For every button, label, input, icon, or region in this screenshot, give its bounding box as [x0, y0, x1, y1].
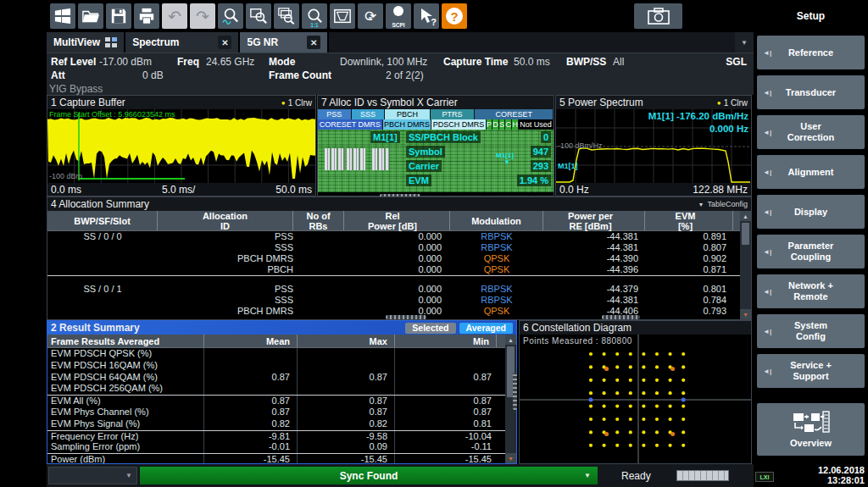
softkey-transducer[interactable]: ◄|Transducer — [757, 75, 865, 109]
time-value: 13:28:01 — [818, 475, 865, 485]
sync-measure-button[interactable]: ⟳ s — [358, 3, 383, 29]
cell-no-rbs — [293, 242, 344, 253]
marker-carrier-label: Carrier — [406, 160, 442, 172]
tab-5g-nr-label: 5G NR — [247, 36, 278, 48]
splitter-handle[interactable] — [513, 373, 517, 410]
instrument-screen: ↶ ↷ 1:1 ⟳ s SCPI ? — [0, 0, 868, 487]
mode-value: Downlink, 100 MHz — [340, 56, 427, 68]
scroll-thumb[interactable] — [742, 223, 749, 245]
tab-list-dropdown[interactable]: ▼ — [735, 32, 754, 53]
cell-max — [298, 348, 395, 360]
windows-start-button[interactable] — [50, 3, 75, 29]
power-spectrum-title-bar[interactable]: 5 Power Spectrum ● 1 Clrw — [556, 96, 751, 109]
splitter-handle[interactable] — [386, 315, 426, 319]
sync-status-dropdown[interactable]: Sync Found ▼ — [140, 467, 598, 484]
capture-buffer-title-bar[interactable]: 1 Capture Buffer ● 1 Clrw — [47, 96, 315, 109]
overview-label: Overview — [790, 438, 832, 449]
open-dialog-icon: ◄| — [763, 167, 771, 178]
freq-label: Freq — [177, 56, 199, 68]
softkey-service-support[interactable]: ◄|Service + Support — [757, 354, 865, 388]
alloc-id-title-bar[interactable]: 7 Alloc ID vs Symbol X Carrier — [318, 96, 554, 109]
display-config-button[interactable] — [330, 3, 355, 29]
capture-buffer-x-axis: 0.0 ms 5.0 ms/ 50.0 ms — [47, 183, 315, 196]
scroll-down-icon[interactable]: ▼ — [505, 453, 516, 463]
tab-5g-nr[interactable]: 5G NR ✕ — [240, 32, 329, 53]
cell-min: 0.81 — [395, 418, 497, 430]
open-dialog-icon: ◄| — [763, 87, 771, 98]
close-icon[interactable]: ✕ — [218, 36, 231, 49]
softkey-system-config[interactable]: ◄|System Config — [757, 314, 865, 348]
splitter-handle[interactable] — [602, 315, 640, 319]
zoom-1to1-button[interactable]: 1:1 — [302, 3, 327, 29]
status-dropdown[interactable]: ▼ — [48, 467, 137, 484]
power-spectrum-x-axis: 0.0 Hz 122.88 MHz — [556, 183, 751, 196]
tab-multiview[interactable]: MultiView — [47, 32, 125, 53]
softkey-network-remote[interactable]: ◄|Network + Remote — [757, 274, 865, 308]
allocation-scrollbar[interactable]: ▲ ▼ — [740, 211, 751, 319]
yig-bypass-label: YIG Bypass — [49, 83, 103, 95]
tab-spectrum-label: Spectrum — [132, 36, 179, 48]
cell-mean — [204, 348, 298, 360]
trace-legend: ● 1 Clrw — [717, 98, 748, 108]
mode-label: Mode — [269, 56, 295, 68]
cell-evm: 0.793 — [645, 306, 733, 317]
legend-item-coreset: CORESET — [475, 109, 554, 119]
column-header: Rel Power [dB] — [344, 211, 450, 230]
softkey-alignment[interactable]: ◄|Alignment — [757, 155, 865, 189]
scroll-down-icon[interactable]: ▼ — [740, 309, 751, 319]
redo-button[interactable]: ↷ — [190, 3, 215, 29]
marker-block-label: SS/PBCH Block — [406, 131, 481, 143]
tab-spectrum[interactable]: Spectrum ✕ — [125, 32, 240, 53]
scpi-dot-icon — [393, 6, 403, 16]
table-config-menu[interactable]: ▼ TableConfig — [698, 200, 748, 208]
softkey-user-correction[interactable]: ◄|User Correction — [757, 115, 865, 149]
overview-button[interactable]: Overview — [757, 403, 865, 456]
cell-min — [395, 360, 497, 372]
cell-mean — [204, 360, 298, 372]
open-dialog-icon: ◄| — [763, 366, 771, 377]
one-to-one-label: 1:1 — [302, 22, 327, 28]
scroll-up-icon[interactable]: ▲ — [505, 335, 516, 345]
averaged-toggle-button[interactable]: Averaged — [459, 323, 513, 334]
multi-zoom-button[interactable] — [274, 3, 299, 29]
zoom-window-button[interactable] — [246, 3, 271, 29]
panel-title: 7 Alloc ID vs Symbol X Carrier — [321, 97, 458, 108]
alloc-block — [372, 148, 389, 170]
camera-icon — [648, 7, 670, 25]
frame-count-label: Frame Count — [269, 69, 331, 81]
constellation-title-bar[interactable]: 6 Constellation Diagram — [520, 321, 751, 335]
allocation-summary-title-bar[interactable]: 4 Allocation Summary ▼ TableConfig — [47, 197, 751, 211]
tab-multiview-label: MultiView — [53, 36, 100, 48]
print-button[interactable] — [134, 3, 159, 29]
cell-max: 0.87 — [298, 372, 395, 384]
cell-mean: 0.87 — [204, 396, 298, 407]
screenshot-button[interactable] — [634, 3, 682, 29]
cell-rel-power: 0.000 — [344, 253, 450, 264]
zoom-trace-button[interactable] — [218, 3, 243, 29]
x-scale: 5.0 ms/ — [162, 184, 195, 196]
result-summary-title-bar[interactable]: 2 Result Summary Selected Averaged — [47, 321, 516, 335]
save-button[interactable] — [106, 3, 131, 29]
close-icon[interactable]: ✕ — [307, 36, 320, 49]
open-file-button[interactable] — [78, 3, 103, 29]
undo-button[interactable]: ↶ — [162, 3, 187, 29]
scpi-button[interactable]: SCPI — [386, 3, 411, 29]
cell-max: -15.45 — [298, 454, 395, 463]
help-button[interactable]: ? — [442, 3, 467, 29]
selected-toggle-button[interactable]: Selected — [405, 323, 455, 334]
constellation-plot[interactable]: Points Measured : 880800 — [520, 335, 751, 463]
capture-buffer-plot[interactable]: Frame Start Offset : 5.966023542 ms -100… — [47, 109, 315, 183]
cell-power-re: -44.396 — [543, 264, 645, 275]
legend-item-s: S — [499, 119, 505, 130]
softkey-display[interactable]: ◄|Display — [757, 195, 865, 229]
alloc-resource-grid[interactable]: M1[1] SS/PBCH Block 0 Symbol 947 Carrier… — [318, 130, 554, 192]
context-help-button[interactable]: ? — [414, 3, 439, 29]
softkey-label: Display — [794, 207, 827, 218]
power-spectrum-plot[interactable]: M1[1] -176.20 dBm/Hz 0.000 Hz -100 dBm/H… — [556, 109, 751, 183]
scroll-up-icon[interactable]: ▲ — [740, 211, 751, 221]
cell-allocation-id: PBCH DMRS — [158, 253, 293, 264]
softkey-parameter-coupling[interactable]: ◄|Parameter Coupling — [757, 235, 865, 268]
softkey-reference[interactable]: ◄|Reference — [757, 36, 865, 69]
allocation-table-header: BWP/SF/SlotAllocation IDNo of RBsRel Pow… — [47, 211, 740, 231]
measurement-header[interactable]: Ref Level -17.00 dBm Freq 24.65 GHz Mode… — [47, 53, 754, 95]
